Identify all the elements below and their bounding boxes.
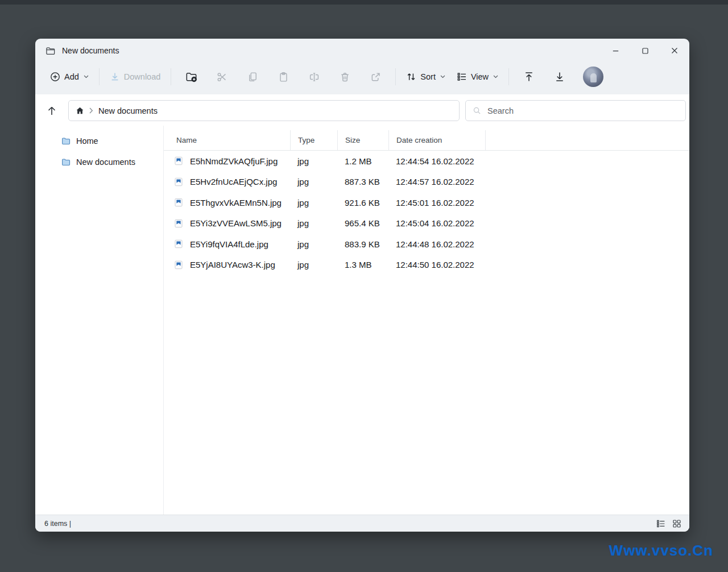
- column-header-spacer: [485, 130, 689, 150]
- table-header: Name Type Size Date creation: [164, 130, 689, 151]
- cut-button[interactable]: [210, 66, 233, 88]
- new-folder-button[interactable]: [180, 66, 202, 88]
- paste-clipboard-icon: [278, 72, 289, 82]
- title-bar: New documents: [35, 39, 689, 63]
- column-header-name[interactable]: Name: [164, 130, 290, 150]
- file-name: E5YjAI8UYAcw3-K.jpg: [190, 260, 275, 270]
- download-tray-icon: [554, 71, 565, 82]
- download-file-button[interactable]: [548, 66, 571, 88]
- file-size: 883.9 KB: [337, 239, 388, 249]
- status-bar: 6 items |: [35, 515, 689, 532]
- search-input[interactable]: [487, 106, 679, 115]
- file-row[interactable]: E5YjAI8UYAcw3-K.jpg jpg 1.3 MB 12:44:50 …: [164, 255, 689, 276]
- file-row[interactable]: E5hNmdZVkAQfjuF.jpg jpg 1.2 MB 12:44:54 …: [164, 151, 689, 172]
- items-count: 6 items |: [44, 520, 71, 528]
- file-row[interactable]: E5Hv2fnUcAEjQCx.jpg jpg 887.3 KB 12:44:5…: [164, 172, 689, 193]
- content-area: New documents Home: [35, 94, 689, 515]
- copy-icon: [247, 72, 258, 82]
- column-header-size[interactable]: Size: [337, 130, 388, 150]
- file-date-creation: 12:44:57 16.02.2022: [388, 177, 485, 186]
- delete-trash-icon: [340, 72, 350, 82]
- close-button[interactable]: [660, 39, 689, 63]
- sidebar-list: Home New documents: [61, 132, 163, 171]
- download-button-label: Download: [124, 72, 161, 81]
- file-date-creation: 12:44:54 16.02.2022: [388, 156, 485, 166]
- desktop-top-strip: [0, 0, 728, 5]
- toolbar-divider: [99, 68, 100, 85]
- download-button[interactable]: Download: [104, 67, 167, 86]
- minimize-button[interactable]: [601, 39, 630, 63]
- file-name: E5hNmdZVkAQfjuF.jpg: [190, 156, 278, 166]
- view-button-label: View: [471, 72, 489, 81]
- folder-icon: [61, 157, 71, 167]
- file-date-creation: 12:44:48 16.02.2022: [388, 239, 485, 249]
- add-circle-plus-icon: [50, 72, 60, 82]
- home-icon[interactable]: [76, 106, 84, 115]
- maximize-button[interactable]: [630, 39, 660, 63]
- view-button[interactable]: View: [451, 67, 504, 86]
- column-header-type[interactable]: Type: [290, 130, 337, 150]
- file-size: 1.3 MB: [337, 260, 388, 270]
- list-view-button[interactable]: [655, 518, 667, 529]
- sidebar-item[interactable]: New documents: [61, 154, 135, 171]
- chevron-down-icon: [440, 75, 445, 78]
- file-size: 1.2 MB: [337, 156, 388, 166]
- file-table-body: E5hNmdZVkAQfjuF.jpg jpg 1.2 MB 12:44:54 …: [164, 151, 689, 275]
- body-split: Home New documents Name Type Size Date c…: [35, 126, 689, 515]
- chevron-down-icon: [84, 75, 89, 78]
- file-size: 921.6 KB: [337, 198, 388, 208]
- rename-icon: [309, 72, 320, 82]
- file-type: jpg: [290, 198, 337, 208]
- sidebar: Home New documents: [35, 126, 164, 515]
- column-header-date-creation[interactable]: Date creation: [388, 130, 485, 150]
- image-file-icon: [174, 156, 183, 165]
- chevron-down-icon: [493, 75, 498, 78]
- search-icon: [473, 106, 481, 115]
- toolbar-divider: [171, 68, 171, 85]
- file-date-creation: 12:44:50 16.02.2022: [388, 260, 485, 270]
- new-folder-icon: [185, 71, 197, 83]
- file-row[interactable]: E5ThgvxVkAEMn5N.jpg jpg 921.6 KB 12:45:0…: [164, 192, 689, 213]
- breadcrumb-current-folder[interactable]: New documents: [98, 106, 158, 115]
- sidebar-item-label: New documents: [76, 157, 135, 167]
- copy-button[interactable]: [241, 66, 264, 88]
- image-file-icon: [174, 239, 183, 248]
- file-row[interactable]: E5Yi9fqVIA4fLde.jpg jpg 883.9 KB 12:44:4…: [164, 234, 689, 255]
- image-file-icon: [174, 260, 183, 270]
- delete-button[interactable]: [333, 66, 356, 88]
- watermark: Www.vvso.Cn: [609, 542, 713, 559]
- upload-file-button[interactable]: [518, 66, 540, 88]
- file-type: jpg: [290, 156, 337, 166]
- add-button[interactable]: Add: [44, 67, 94, 86]
- upload-icon: [523, 71, 535, 82]
- sidebar-item[interactable]: Home: [61, 132, 98, 150]
- file-date-creation: 12:45:04 16.02.2022: [388, 218, 485, 228]
- navigation-row: New documents: [35, 94, 689, 126]
- file-row[interactable]: E5Yi3zVVEAwLSM5.jpg jpg 965.4 KB 12:45:0…: [164, 213, 689, 234]
- file-manager-window: New documents Add: [35, 39, 689, 532]
- folder-icon: [61, 136, 71, 146]
- breadcrumb[interactable]: New documents: [68, 100, 460, 121]
- file-name: E5Hv2fnUcAEjQCx.jpg: [190, 177, 277, 186]
- status-view-toggles: [655, 518, 682, 529]
- rename-button[interactable]: [303, 66, 325, 88]
- share-button[interactable]: [364, 66, 387, 88]
- sort-button[interactable]: Sort: [400, 67, 451, 86]
- add-button-label: Add: [64, 72, 79, 81]
- file-name: E5Yi9fqVIA4fLde.jpg: [190, 239, 268, 249]
- file-type: jpg: [290, 218, 337, 228]
- view-list-icon: [457, 72, 467, 82]
- sidebar-item-label: Home: [76, 136, 98, 146]
- chevron-right-icon: [89, 107, 93, 114]
- navigate-up-button[interactable]: [35, 105, 68, 117]
- image-file-icon: [174, 177, 183, 186]
- toolbar: Add Download: [35, 63, 689, 94]
- file-name: E5ThgvxVkAEMn5N.jpg: [190, 198, 282, 208]
- paste-button[interactable]: [272, 66, 295, 88]
- toolbar-divider: [508, 68, 509, 85]
- grid-view-button[interactable]: [671, 518, 682, 529]
- window-title: New documents: [62, 46, 119, 55]
- cut-scissors-icon: [217, 72, 228, 82]
- user-avatar[interactable]: [583, 67, 603, 87]
- sort-arrows-icon: [406, 72, 416, 82]
